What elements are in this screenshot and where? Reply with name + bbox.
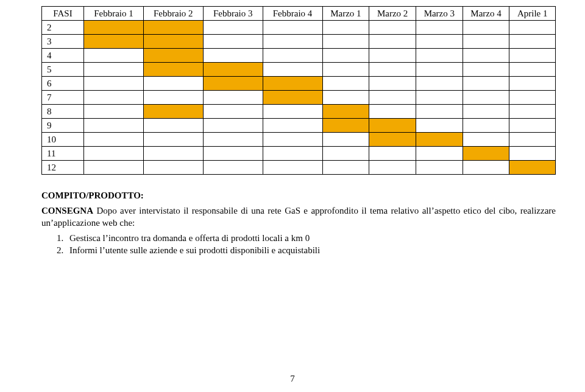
phase-label: 6 xyxy=(42,77,84,91)
gantt-cell xyxy=(369,35,416,49)
gantt-cell xyxy=(509,161,556,175)
gantt-header-col: Febbraio 2 xyxy=(143,7,203,21)
assignment-lead: Dopo aver intervistato il responsabile d… xyxy=(41,206,556,228)
gantt-header-col: Marzo 3 xyxy=(416,7,463,21)
gantt-cell xyxy=(203,35,263,49)
page-number: 7 xyxy=(0,374,585,384)
gantt-cell xyxy=(416,147,463,161)
gantt-header-col: Marzo 4 xyxy=(463,7,509,21)
gantt-cell xyxy=(369,133,416,147)
gantt-cell xyxy=(84,49,144,63)
gantt-cell xyxy=(322,63,369,77)
gantt-cell xyxy=(84,133,144,147)
gantt-cell xyxy=(143,105,203,119)
gantt-header-col: Aprile 1 xyxy=(509,7,556,21)
gantt-cell xyxy=(203,105,263,119)
gantt-cell xyxy=(509,105,556,119)
phase-label: 2 xyxy=(42,21,84,35)
gantt-cell xyxy=(263,21,322,35)
gantt-cell xyxy=(463,133,509,147)
gantt-cell xyxy=(463,119,509,133)
gantt-cell xyxy=(203,63,263,77)
gantt-cell xyxy=(509,35,556,49)
gantt-cell xyxy=(416,119,463,133)
gantt-cell xyxy=(263,35,322,49)
gantt-cell xyxy=(263,133,322,147)
gantt-cell xyxy=(263,161,322,175)
gantt-cell xyxy=(143,63,203,77)
gantt-cell xyxy=(84,161,144,175)
gantt-cell xyxy=(369,49,416,63)
gantt-cell xyxy=(143,133,203,147)
gantt-table: FASIFebbraio 1Febbraio 2Febbraio 3Febbra… xyxy=(41,6,556,175)
gantt-cell xyxy=(369,77,416,91)
gantt-cell xyxy=(369,161,416,175)
table-row: 5 xyxy=(42,63,556,77)
gantt-header-col: Marzo 1 xyxy=(322,7,369,21)
phase-label: 4 xyxy=(42,49,84,63)
gantt-cell xyxy=(509,91,556,105)
gantt-header-col: Febbraio 3 xyxy=(203,7,263,21)
gantt-cell xyxy=(509,63,556,77)
phase-label: 12 xyxy=(42,161,84,175)
gantt-cell xyxy=(463,147,509,161)
gantt-header-col: Febbraio 1 xyxy=(84,7,144,21)
gantt-cell xyxy=(416,21,463,35)
gantt-cell xyxy=(84,91,144,105)
gantt-cell xyxy=(322,119,369,133)
gantt-cell xyxy=(263,49,322,63)
gantt-cell xyxy=(369,91,416,105)
gantt-cell xyxy=(369,105,416,119)
gantt-cell xyxy=(322,91,369,105)
gantt-cell xyxy=(263,63,322,77)
gantt-cell xyxy=(322,147,369,161)
gantt-cell xyxy=(463,35,509,49)
table-row: 12 xyxy=(42,161,556,175)
gantt-cell xyxy=(263,77,322,91)
gantt-header-phase: FASI xyxy=(42,7,84,21)
gantt-header-col: Febbraio 4 xyxy=(263,7,322,21)
gantt-cell xyxy=(509,119,556,133)
gantt-cell xyxy=(84,77,144,91)
gantt-cell xyxy=(416,161,463,175)
gantt-cell xyxy=(416,35,463,49)
table-row: 6 xyxy=(42,77,556,91)
gantt-cell xyxy=(143,161,203,175)
gantt-cell xyxy=(263,91,322,105)
phase-label: 10 xyxy=(42,133,84,147)
gantt-cell xyxy=(416,133,463,147)
gantt-cell xyxy=(143,119,203,133)
gantt-cell xyxy=(143,147,203,161)
phase-label: 5 xyxy=(42,63,84,77)
list-item: Informi l’utente sulle aziende e sui pro… xyxy=(66,244,556,256)
gantt-cell xyxy=(416,49,463,63)
gantt-cell xyxy=(143,35,203,49)
gantt-cell xyxy=(143,77,203,91)
table-row: 10 xyxy=(42,133,556,147)
gantt-cell xyxy=(509,147,556,161)
gantt-cell xyxy=(84,119,144,133)
table-row: 9 xyxy=(42,119,556,133)
gantt-cell xyxy=(369,119,416,133)
phase-label: 7 xyxy=(42,91,84,105)
gantt-cell xyxy=(263,105,322,119)
list-item: Gestisca l’incontro tra domanda e offert… xyxy=(66,232,556,244)
gantt-cell xyxy=(416,63,463,77)
gantt-cell xyxy=(322,161,369,175)
gantt-cell xyxy=(84,105,144,119)
consegna-label: CONSEGNA xyxy=(41,206,93,215)
gantt-cell xyxy=(203,91,263,105)
gantt-cell xyxy=(416,77,463,91)
gantt-cell xyxy=(84,63,144,77)
gantt-cell xyxy=(203,147,263,161)
gantt-cell xyxy=(143,21,203,35)
gantt-cell xyxy=(143,91,203,105)
gantt-cell xyxy=(369,147,416,161)
gantt-cell xyxy=(322,105,369,119)
gantt-cell xyxy=(263,147,322,161)
phase-label: 11 xyxy=(42,147,84,161)
steps-list: Gestisca l’incontro tra domanda e offert… xyxy=(41,232,556,257)
gantt-cell xyxy=(84,21,144,35)
gantt-cell xyxy=(322,35,369,49)
gantt-cell xyxy=(203,161,263,175)
